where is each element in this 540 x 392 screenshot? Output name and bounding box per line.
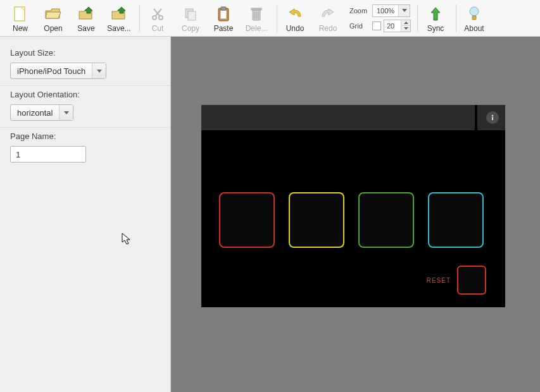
pad-row xyxy=(219,192,484,248)
svg-point-20 xyxy=(470,7,479,16)
orientation-select[interactable]: horizontal xyxy=(10,104,73,121)
page-name-row: Page Name: 1 xyxy=(0,128,170,169)
clipboard-icon xyxy=(217,5,230,23)
svg-rect-21 xyxy=(472,16,476,20)
page-name-value: 1 xyxy=(16,150,20,159)
pad-cyan[interactable] xyxy=(428,192,484,248)
chevron-down-icon xyxy=(398,5,410,16)
orientation-label: Layout Orientation: xyxy=(10,90,160,99)
reset-label: RESET xyxy=(427,277,451,284)
paste-button[interactable]: Paste xyxy=(208,1,239,35)
chevron-down-icon xyxy=(92,63,106,78)
toolbar-separator xyxy=(277,4,277,32)
svg-marker-17 xyxy=(404,21,408,24)
copy-label: Copy xyxy=(182,24,199,33)
cut-label: Cut xyxy=(152,24,164,33)
pad-yellow[interactable] xyxy=(289,192,344,248)
zoom-combo[interactable]: 100% xyxy=(372,4,410,17)
toolbar-separator xyxy=(456,4,456,32)
delete-label: Dele... xyxy=(246,24,268,33)
new-button[interactable]: New xyxy=(5,1,35,35)
undo-label: Undo xyxy=(286,24,305,33)
svg-marker-23 xyxy=(64,111,69,114)
svg-point-24 xyxy=(492,115,494,117)
save-icon xyxy=(78,5,94,23)
svg-rect-25 xyxy=(492,117,493,120)
svg-rect-10 xyxy=(221,7,226,10)
grid-checkbox[interactable] xyxy=(372,21,381,30)
sync-label: Sync xyxy=(427,24,444,33)
device-preview[interactable]: RESET xyxy=(201,105,505,307)
lightbulb-icon xyxy=(468,5,480,23)
undo-icon xyxy=(287,5,303,23)
device-statusbar xyxy=(201,105,505,130)
statusbar-separator xyxy=(475,105,477,130)
reset-group: RESET xyxy=(427,266,486,295)
save-label: Save xyxy=(77,24,94,33)
open-label: Open xyxy=(44,24,62,33)
svg-marker-22 xyxy=(97,70,102,73)
toolbar-separator xyxy=(139,4,140,32)
svg-marker-19 xyxy=(431,8,440,20)
redo-icon xyxy=(320,5,336,23)
svg-rect-7 xyxy=(188,11,196,20)
undo-button[interactable]: Undo xyxy=(280,1,310,35)
layout-size-value: iPhone/iPod Touch xyxy=(11,66,92,76)
sidebar: Layout Size: iPhone/iPod Touch Layout Or… xyxy=(0,37,171,392)
grid-value: 20 xyxy=(384,20,401,32)
svg-marker-18 xyxy=(404,27,408,30)
copy-icon xyxy=(184,5,198,23)
chevron-down-icon xyxy=(59,105,73,120)
canvas-area[interactable]: RESET xyxy=(171,37,540,392)
about-label: About xyxy=(464,24,484,33)
orientation-row: Layout Orientation: horizontal xyxy=(0,86,170,128)
copy-button[interactable]: Copy xyxy=(175,1,206,35)
zoom-value: 100% xyxy=(373,7,398,15)
open-button[interactable]: Open xyxy=(38,1,68,35)
info-icon[interactable] xyxy=(486,111,499,124)
save-button[interactable]: Save xyxy=(71,1,101,35)
page-name-label: Page Name: xyxy=(10,132,160,141)
pad-green[interactable] xyxy=(358,192,414,248)
pad-red[interactable] xyxy=(219,192,275,248)
main: Layout Size: iPhone/iPod Touch Layout Or… xyxy=(0,37,540,392)
layout-size-select[interactable]: iPhone/iPod Touch xyxy=(10,63,106,79)
redo-button[interactable]: Redo xyxy=(313,1,343,35)
layout-size-row: Layout Size: iPhone/iPod Touch xyxy=(0,44,170,86)
delete-button[interactable]: Dele... xyxy=(241,1,272,35)
sync-icon xyxy=(429,5,443,23)
zoom-grid-controls: Zoom 100% Grid 20 xyxy=(349,1,411,35)
svg-rect-9 xyxy=(220,10,227,19)
paste-label: Paste xyxy=(214,24,234,33)
layout-size-label: Layout Size: xyxy=(10,48,160,58)
redo-label: Redo xyxy=(319,24,337,33)
about-button[interactable]: About xyxy=(459,1,489,35)
saveas-label: Save... xyxy=(107,24,130,33)
reset-button[interactable] xyxy=(457,266,486,295)
page-name-input[interactable]: 1 xyxy=(10,146,86,162)
new-label: New xyxy=(13,24,28,33)
svg-rect-12 xyxy=(251,8,261,10)
saveas-button[interactable]: Save... xyxy=(104,1,134,35)
trash-icon xyxy=(250,5,263,23)
new-file-icon xyxy=(13,5,27,23)
saveas-icon xyxy=(111,5,127,23)
toolbar: New Open Save Save... Cut Copy xyxy=(0,0,540,37)
spinner-down-icon[interactable] xyxy=(401,25,410,32)
svg-marker-16 xyxy=(402,9,407,12)
scissors-icon xyxy=(151,5,165,23)
folder-open-icon xyxy=(44,5,62,23)
grid-label: Grid xyxy=(349,22,370,30)
sync-button[interactable]: Sync xyxy=(420,1,451,35)
toolbar-separator xyxy=(417,4,418,32)
grid-spinner[interactable]: 20 xyxy=(384,20,411,32)
cut-button[interactable]: Cut xyxy=(142,1,173,35)
orientation-value: horizontal xyxy=(11,108,59,118)
zoom-label: Zoom xyxy=(349,7,370,15)
spinner-up-icon[interactable] xyxy=(401,20,410,26)
